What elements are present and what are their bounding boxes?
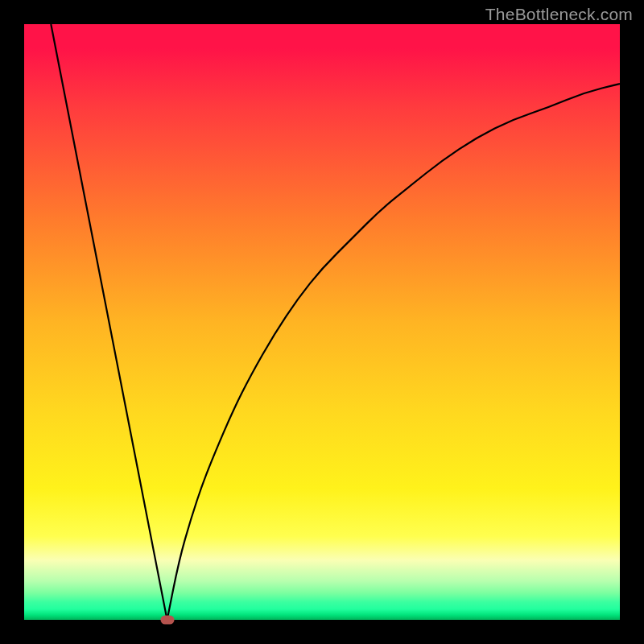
watermark-text: TheBottleneck.com [485,5,633,24]
plot-area [24,24,620,620]
bottleneck-curve [51,24,620,620]
optimum-marker [160,616,174,625]
curve-svg [24,24,620,620]
chart-frame: TheBottleneck.com [0,0,644,644]
